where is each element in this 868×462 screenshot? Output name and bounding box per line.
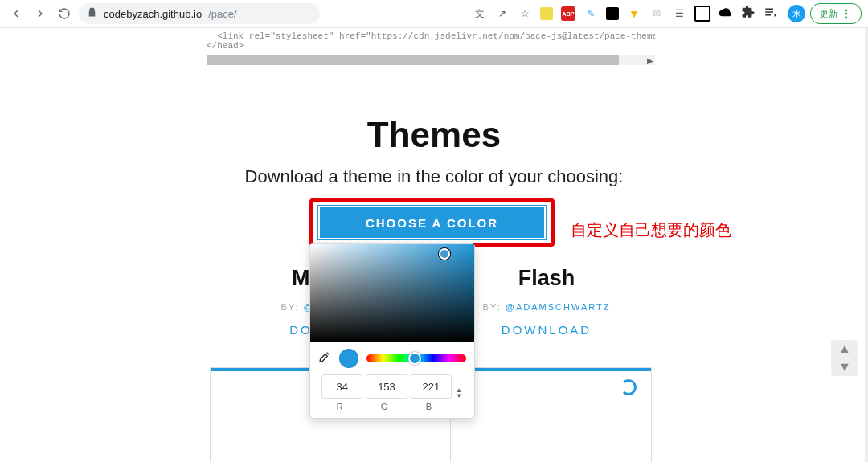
r-label: R <box>321 402 358 411</box>
scrollbar-right-arrow-icon[interactable]: ▶ <box>645 55 655 65</box>
current-color-swatch <box>339 349 358 368</box>
update-label: 更新 <box>819 7 838 21</box>
code-horizontal-scrollbar[interactable]: ▶ <box>207 55 655 65</box>
grid-extension-icon[interactable] <box>606 7 619 20</box>
g-input[interactable] <box>366 374 407 399</box>
menu-extension-icon[interactable]: ☰ <box>672 6 686 21</box>
lock-icon <box>87 7 97 20</box>
address-bar[interactable]: codebyzach.github.io/pace/ <box>79 3 320 24</box>
by-label: BY: <box>280 302 299 312</box>
menu-dots-icon: ⋮ <box>841 8 853 19</box>
chevron-down-icon: ▼ <box>456 393 462 399</box>
section-subtitle: Download a theme in the color of your ch… <box>0 166 868 187</box>
scrollbar-thumb[interactable] <box>207 55 619 65</box>
choose-color-button[interactable]: CHOOSE A COLOR <box>318 206 546 239</box>
author-link[interactable]: @ADAMSCHWARTZ <box>506 302 611 312</box>
bookmark-star-icon[interactable]: ☆ <box>518 6 532 21</box>
hue-slider[interactable] <box>366 354 466 362</box>
g-label: G <box>366 402 402 411</box>
update-button[interactable]: 更新⋮ <box>810 3 862 24</box>
square-extension-icon[interactable] <box>694 6 710 22</box>
theme-preview-flash <box>450 367 652 462</box>
abp-extension-icon[interactable]: ABP <box>561 6 575 21</box>
r-input[interactable] <box>321 374 362 399</box>
scroll-up-button[interactable]: ▲ <box>831 340 858 358</box>
color-picker: R G B ▲ ▼ <box>309 243 475 419</box>
theme-name: Flash <box>458 266 635 291</box>
download-extension-icon[interactable]: ▼ <box>627 6 641 21</box>
profile-avatar[interactable]: 水 <box>788 5 805 22</box>
theme-card-flash: Flash BY: @ADAMSCHWARTZ DOWNLOAD <box>458 266 635 337</box>
download-link[interactable]: DOWNLOAD <box>502 323 592 337</box>
saturation-value-area[interactable] <box>310 244 474 342</box>
section-heading: Themes <box>0 115 868 155</box>
forward-button[interactable] <box>31 4 50 23</box>
preview-spinner-icon <box>620 379 637 395</box>
js-extension-icon[interactable] <box>540 7 553 20</box>
vertical-scrollbar[interactable] <box>865 28 868 462</box>
sv-handle[interactable] <box>439 248 450 260</box>
code-snippet: <link rel="stylesheet" href="https://cdn… <box>207 31 655 51</box>
translate-icon[interactable]: 文 <box>473 6 487 21</box>
pencil-icon[interactable]: ✎ <box>583 6 598 21</box>
cloud-extension-icon[interactable] <box>719 5 733 22</box>
page-scroll-buttons: ▲ ▼ <box>831 340 858 376</box>
hue-handle[interactable] <box>408 352 421 365</box>
extensions-icon[interactable] <box>741 5 755 22</box>
share-icon[interactable]: ↗ <box>495 6 510 21</box>
b-label: B <box>411 402 447 411</box>
url-path: /pace/ <box>208 8 236 20</box>
b-input[interactable] <box>411 374 452 399</box>
extension-icons: 文 ↗ ☆ ABP ✎ ▼ ✉ ☰ <box>473 5 778 22</box>
reading-list-icon[interactable] <box>764 5 778 22</box>
back-button[interactable] <box>6 4 26 23</box>
by-label: BY: <box>483 302 502 312</box>
browser-toolbar: codebyzach.github.io/pace/ 文 ↗ ☆ ABP ✎ ▼… <box>0 0 868 28</box>
page-body: <link rel="stylesheet" href="https://cdn… <box>0 28 868 462</box>
mail-extension-icon[interactable]: ✉ <box>649 6 664 21</box>
scroll-down-button[interactable]: ▼ <box>831 358 858 376</box>
annotation-text: 自定义自己想要的颜色 <box>571 219 731 241</box>
color-mode-stepper[interactable]: ▲ ▼ <box>455 374 463 411</box>
annotation-highlight-box: CHOOSE A COLOR <box>309 198 555 247</box>
preview-progress-bar <box>451 368 651 371</box>
eyedropper-icon[interactable] <box>318 350 331 366</box>
url-host: codebyzach.github.io <box>104 8 202 20</box>
reload-button[interactable] <box>55 4 74 23</box>
